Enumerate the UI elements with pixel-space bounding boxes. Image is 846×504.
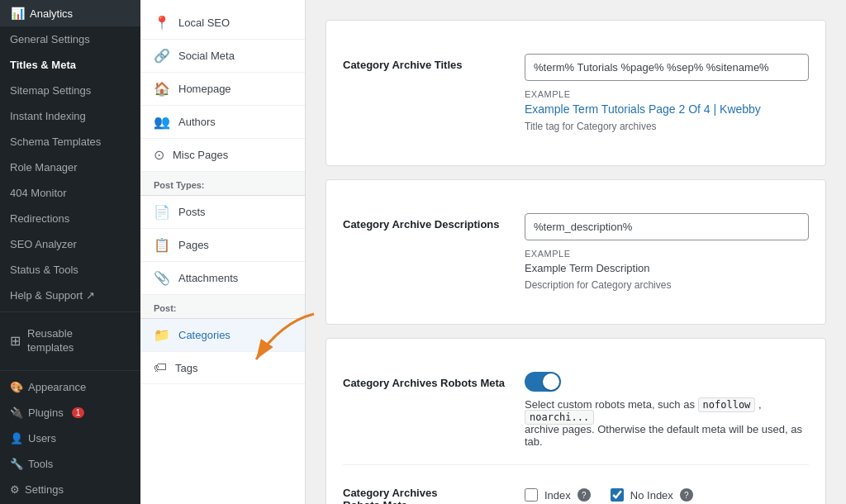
middle-item-tags[interactable]: 🏷 Tags — [140, 352, 305, 384]
sidebar-divider-2 — [0, 370, 140, 371]
authors-icon: 👥 — [154, 114, 170, 130]
local-seo-icon: 📍 — [154, 15, 170, 31]
sidebar-item-reusable-templates[interactable]: ⊞ Reusabletemplates — [0, 321, 140, 362]
users-icon: 👤 — [10, 432, 23, 445]
plugins-icon: 🔌 — [10, 407, 23, 419]
middle-item-attachments[interactable]: 📎 Attachments — [140, 262, 305, 295]
helper-text-descriptions: Description for Category archives — [525, 279, 809, 291]
sidebar-item-tools[interactable]: 🔧 Tools — [0, 451, 140, 477]
sidebar-item-users[interactable]: 👤 Users — [0, 426, 140, 451]
post-header: Post: — [140, 295, 305, 319]
checkbox-index-row: Index ? — [525, 488, 591, 502]
social-meta-icon: 🔗 — [154, 48, 170, 64]
middle-column: 📍 Local SEO 🔗 Social Meta 🏠 Homepage 👥 A… — [140, 0, 306, 504]
post-types-header: Post Types: — [140, 172, 305, 196]
middle-item-local-seo[interactable]: 📍 Local SEO — [140, 7, 305, 40]
example-label-descriptions: EXAMPLE — [525, 249, 809, 259]
middle-column-wrapper: 📍 Local SEO 🔗 Social Meta 🏠 Homepage 👥 A… — [140, 0, 306, 504]
sidebar-item-analytics[interactable]: 📊 Analytics — [0, 0, 140, 26]
posts-icon: 📄 — [154, 204, 170, 220]
middle-item-posts[interactable]: 📄 Posts — [140, 196, 305, 229]
field-label-robots-checkboxes: Category ArchivesRobots Meta — [343, 482, 508, 504]
code-nofollow: nofollow — [698, 397, 756, 412]
field-row-robots-checkboxes: Category ArchivesRobots Meta Index ? No … — [343, 465, 809, 504]
analytics-icon: 📊 — [10, 7, 25, 20]
field-content-robots-meta: Select custom robots meta, such as nofol… — [525, 372, 809, 448]
field-label-descriptions: Category Archive Descriptions — [343, 213, 508, 231]
sidebar-divider — [0, 311, 140, 312]
sidebar-item-404-monitor[interactable]: 404 Monitor — [0, 180, 140, 206]
checkbox-noindex-label: No Index — [630, 489, 673, 502]
field-row-descriptions: Category Archive Descriptions EXAMPLE Ex… — [343, 197, 809, 307]
tools-icon: 🔧 — [10, 458, 23, 470]
field-row-titles: Category Archive Titles EXAMPLE Example … — [343, 37, 809, 149]
sidebar-item-instant-indexing[interactable]: Instant Indexing — [0, 103, 140, 129]
toggle-text: Select custom robots meta, such as nofol… — [525, 398, 809, 423]
plugins-badge: 1 — [72, 407, 85, 418]
category-archive-descriptions-input[interactable] — [525, 213, 809, 240]
attachments-icon: 📎 — [154, 270, 170, 286]
robots-meta-toggle[interactable] — [525, 372, 561, 392]
settings-icon: ⚙ — [10, 483, 20, 496]
sidebar-item-schema[interactable]: Schema Templates — [0, 129, 140, 155]
sidebar-item-help-support[interactable]: Help & Support ↗ — [0, 283, 140, 308]
checkbox-index[interactable] — [525, 488, 538, 502]
sidebar-item-titles-meta[interactable]: Titles & Meta — [0, 52, 140, 78]
field-label-robots-meta: Category Archives Robots Meta — [343, 372, 508, 389]
middle-item-misc-pages[interactable]: ⊙ Misc Pages — [140, 139, 305, 172]
sidebar-item-appearance[interactable]: 🎨 Appearance — [0, 374, 140, 400]
pages-icon: 📋 — [154, 237, 170, 253]
content-section-robots-meta: Category Archives Robots Meta Select cus… — [326, 338, 826, 504]
sidebar-item-sitemap[interactable]: Sitemap Settings — [0, 78, 140, 103]
content-section-descriptions: Category Archive Descriptions EXAMPLE Ex… — [326, 179, 826, 325]
content-section-titles: Category Archive Titles EXAMPLE Example … — [326, 20, 826, 166]
checkbox-index-label: Index — [544, 489, 571, 502]
sidebar-item-status-tools[interactable]: Status & Tools — [0, 257, 140, 283]
sidebar-item-redirections[interactable]: Redirections — [0, 206, 140, 231]
help-index-icon[interactable]: ? — [577, 488, 591, 502]
main-content: Category Archive Titles EXAMPLE Example … — [306, 0, 846, 504]
middle-item-pages[interactable]: 📋 Pages — [140, 229, 305, 262]
categories-icon: 📁 — [154, 327, 170, 343]
homepage-icon: 🏠 — [154, 81, 170, 97]
sidebar-item-seo-analyzer[interactable]: SEO Analyzer — [0, 231, 140, 257]
toggle-helper: archive pages. Otherwise the default met… — [525, 423, 809, 448]
helper-text-titles: Title tag for Category archives — [525, 121, 809, 132]
checkbox-noindex[interactable] — [611, 488, 624, 502]
checkbox-noindex-row: No Index ? — [611, 488, 693, 502]
field-content-descriptions: EXAMPLE Example Term Description Descrip… — [525, 213, 809, 291]
sidebar-item-role-manager[interactable]: Role Manager — [0, 155, 140, 180]
tags-icon: 🏷 — [154, 360, 167, 375]
sidebar-item-plugins[interactable]: 🔌 Plugins 1 — [0, 400, 140, 426]
misc-pages-icon: ⊙ — [154, 147, 164, 163]
field-content-checkboxes: Index ? No Index ? — [525, 482, 809, 502]
field-row-robots-meta: Category Archives Robots Meta Select cus… — [343, 355, 809, 465]
field-label-titles: Category Archive Titles — [343, 54, 508, 71]
middle-item-social-meta[interactable]: 🔗 Social Meta — [140, 40, 305, 73]
field-content-titles: EXAMPLE Example Term Tutorials Page 2 Of… — [525, 54, 809, 132]
reusable-templates-icon: ⊞ — [10, 333, 21, 349]
help-noindex-icon[interactable]: ? — [680, 488, 693, 502]
middle-item-categories[interactable]: 📁 Categories — [140, 319, 305, 352]
example-label-titles: EXAMPLE — [525, 89, 809, 99]
middle-item-authors[interactable]: 👥 Authors — [140, 106, 305, 139]
sidebar-item-settings[interactable]: ⚙ Settings — [0, 477, 140, 502]
appearance-icon: 🎨 — [10, 381, 23, 393]
example-text-descriptions: Example Term Description — [525, 262, 809, 274]
sidebar: 📊 Analytics General Settings Titles & Me… — [0, 0, 140, 504]
middle-item-homepage[interactable]: 🏠 Homepage — [140, 73, 305, 106]
category-archive-titles-input[interactable] — [525, 54, 809, 81]
sidebar-item-general-settings[interactable]: General Settings — [0, 26, 140, 52]
example-link-titles[interactable]: Example Term Tutorials Page 2 Of 4 | Kwe… — [525, 102, 761, 116]
toggle-container — [525, 372, 809, 392]
